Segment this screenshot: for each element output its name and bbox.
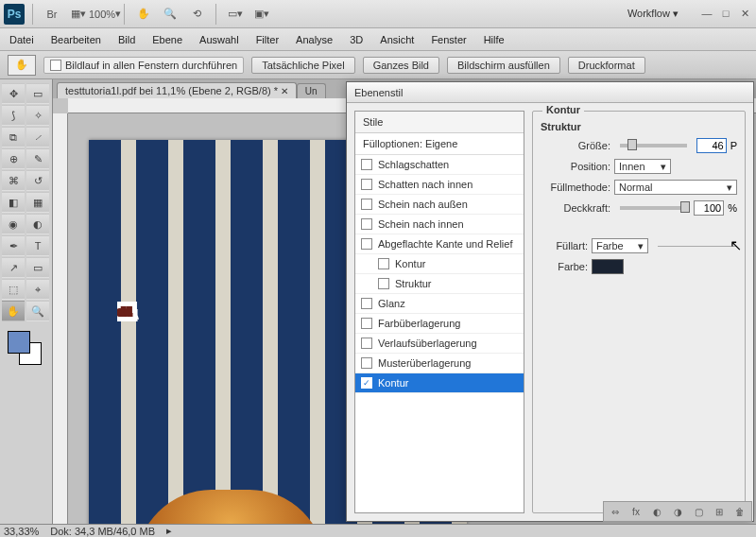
new-layer-icon[interactable]: ⊞ xyxy=(712,504,727,519)
opacity-input[interactable] xyxy=(694,200,724,216)
screen-mode-icon[interactable]: ▣▾ xyxy=(250,4,273,25)
shape-tool[interactable]: ▭ xyxy=(26,257,49,278)
fx-icon[interactable]: fx xyxy=(628,504,644,519)
style-item[interactable]: Schatten nach innen xyxy=(355,175,524,195)
pen-tool[interactable]: ✒ xyxy=(2,235,25,256)
color-swatches[interactable] xyxy=(2,329,50,367)
dialog-title[interactable]: Ebenenstil xyxy=(347,82,753,103)
eraser-tool[interactable]: ◧ xyxy=(2,192,25,213)
checkbox-icon[interactable] xyxy=(361,179,372,190)
zoom-icon[interactable]: 🔍 xyxy=(159,4,181,25)
arrange-icon[interactable]: ▭▾ xyxy=(224,4,247,25)
style-item[interactable]: Schlagschatten xyxy=(355,155,524,175)
filltype-select[interactable]: Farbe xyxy=(592,238,648,253)
checkbox-icon[interactable] xyxy=(361,298,372,309)
3d-camera-tool[interactable]: ⌖ xyxy=(26,279,49,300)
menu-analysis[interactable]: Analyse xyxy=(296,34,333,45)
close-button[interactable]: ✕ xyxy=(737,8,752,21)
zoom-select[interactable]: 100% ▾ xyxy=(94,4,116,25)
style-item[interactable]: Kontur xyxy=(355,373,524,393)
style-item[interactable]: Verlaufsüberlagerung xyxy=(355,334,524,354)
size-slider[interactable] xyxy=(620,144,687,147)
style-item[interactable]: Farbüberlagerung xyxy=(355,314,524,334)
view-extras-icon[interactable]: ▦▾ xyxy=(67,4,90,25)
marquee-tool[interactable]: ▭ xyxy=(26,83,49,104)
type-tool[interactable]: T xyxy=(26,235,49,256)
checkbox-icon[interactable] xyxy=(378,258,389,269)
checkbox-icon[interactable] xyxy=(361,159,372,170)
menu-layer[interactable]: Ebene xyxy=(152,34,182,45)
style-item[interactable]: Musterüberlagerung xyxy=(355,354,524,373)
maximize-button[interactable]: □ xyxy=(718,8,733,21)
scroll-all-checkbox[interactable]: Bildlauf in allen Fenstern durchführen xyxy=(43,57,244,74)
wand-tool[interactable]: ✧ xyxy=(26,105,49,126)
rotate-view-icon[interactable]: ⟲ xyxy=(185,4,208,25)
fill-screen-button[interactable]: Bildschirm ausfüllen xyxy=(447,57,560,74)
link-icon[interactable]: ⇔ xyxy=(608,504,623,519)
print-size-button[interactable]: Druckformat xyxy=(568,57,645,74)
menu-3d[interactable]: 3D xyxy=(350,34,363,45)
checkbox-icon[interactable] xyxy=(361,218,372,230)
workspace-switcher[interactable]: Workflow ▾ xyxy=(620,6,686,22)
checkbox-icon[interactable] xyxy=(361,238,372,250)
opacity-slider[interactable] xyxy=(620,206,684,210)
crop-tool[interactable]: ⧉ xyxy=(2,127,25,147)
checkbox-icon[interactable] xyxy=(361,377,372,389)
folder-icon[interactable]: ▢ xyxy=(691,504,706,519)
checkbox-icon[interactable] xyxy=(361,357,372,369)
foreground-color[interactable] xyxy=(8,331,30,354)
style-list-header[interactable]: Stile xyxy=(355,112,524,133)
document-tab[interactable]: testtutoria1l.pdf bei 11,1% (Ebene 2, RG… xyxy=(57,82,297,98)
position-select[interactable]: Innen xyxy=(614,159,671,174)
hand-tool[interactable]: ✋ xyxy=(2,301,25,321)
path-tool[interactable]: ↗ xyxy=(2,257,25,278)
style-item[interactable]: Struktur xyxy=(355,274,524,294)
blend-options-header[interactable]: Fülloptionen: Eigene xyxy=(355,133,524,155)
brush-tool[interactable]: ✎ xyxy=(26,148,49,169)
zoom-tool[interactable]: 🔍 xyxy=(26,301,49,321)
blur-tool[interactable]: ◉ xyxy=(2,214,25,234)
color-well[interactable] xyxy=(592,259,624,274)
eyedropper-tool[interactable]: ⟋ xyxy=(26,127,49,147)
menu-help[interactable]: Hilfe xyxy=(484,34,505,45)
trash-icon[interactable]: 🗑 xyxy=(732,504,747,519)
dodge-tool[interactable]: ◐ xyxy=(26,214,49,234)
actual-pixels-button[interactable]: Tatsächliche Pixel xyxy=(251,57,354,74)
checkbox-icon[interactable] xyxy=(361,338,372,349)
menu-file[interactable]: Datei xyxy=(9,34,34,45)
blendmode-select[interactable]: Normal xyxy=(614,180,737,195)
style-item[interactable]: Kontur xyxy=(355,254,524,274)
adjustment-icon[interactable]: ◑ xyxy=(670,504,685,519)
style-item[interactable]: Schein nach außen xyxy=(355,195,524,215)
3d-tool[interactable]: ⬚ xyxy=(2,279,25,300)
menu-select[interactable]: Auswahl xyxy=(199,34,239,45)
menu-image[interactable]: Bild xyxy=(118,34,135,45)
current-tool-icon[interactable]: ✋ xyxy=(8,55,36,76)
checkbox-icon[interactable] xyxy=(361,318,372,329)
document-tab[interactable]: Un xyxy=(297,83,326,98)
ruler-vertical[interactable] xyxy=(53,113,68,524)
history-brush-tool[interactable]: ↺ xyxy=(26,170,49,191)
move-tool[interactable]: ✥ xyxy=(2,83,25,104)
minimize-button[interactable]: — xyxy=(699,8,714,21)
zoom-level[interactable]: 33,33% xyxy=(4,526,39,537)
menu-window[interactable]: Fenster xyxy=(431,34,466,45)
bridge-icon[interactable]: Br xyxy=(41,4,63,25)
mask-icon[interactable]: ◐ xyxy=(649,504,664,519)
style-item[interactable]: Glanz xyxy=(355,294,524,314)
lasso-tool[interactable]: ⟆ xyxy=(2,105,25,126)
hand-icon[interactable]: ✋ xyxy=(132,4,155,25)
menu-edit[interactable]: Bearbeiten xyxy=(51,34,101,45)
style-item[interactable]: Abgeflachte Kante und Relief xyxy=(355,234,524,254)
menu-filter[interactable]: Filter xyxy=(256,34,279,45)
heal-tool[interactable]: ⊕ xyxy=(2,148,25,169)
size-input[interactable] xyxy=(696,138,727,153)
checkbox-icon[interactable] xyxy=(361,199,372,210)
doc-info[interactable]: Dok: 34,3 MB/46,0 MB xyxy=(50,526,155,537)
checkbox-icon[interactable] xyxy=(378,278,389,289)
style-item[interactable]: Schein nach innen xyxy=(355,215,524,234)
stamp-tool[interactable]: ⌘ xyxy=(2,170,25,191)
menu-view[interactable]: Ansicht xyxy=(380,34,414,45)
fit-screen-button[interactable]: Ganzes Bild xyxy=(363,57,439,74)
gradient-tool[interactable]: ▦ xyxy=(26,192,49,213)
